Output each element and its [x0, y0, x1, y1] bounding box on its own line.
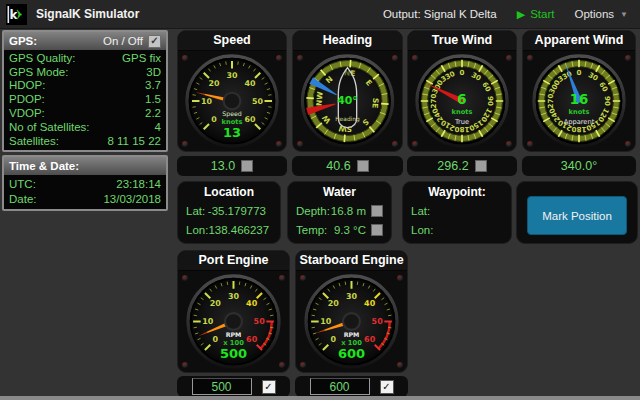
- svg-text:RPM: RPM: [226, 331, 242, 338]
- svg-text:60: 60: [244, 115, 256, 124]
- svg-text:90: 90: [603, 96, 612, 106]
- svg-text:40: 40: [246, 299, 258, 308]
- screw-icon: [625, 141, 631, 147]
- options-label: Options: [574, 8, 614, 20]
- water-title: Water: [288, 182, 391, 201]
- heading-gauge-title: Heading: [293, 31, 402, 51]
- svg-text:40: 40: [364, 299, 376, 308]
- svg-text:Speed: Speed: [222, 110, 242, 118]
- screw-icon: [412, 55, 418, 61]
- svg-text:10: 10: [320, 317, 332, 326]
- output-label: Output: Signal K Delta: [383, 8, 497, 20]
- screw-icon: [392, 55, 398, 61]
- screw-icon: [276, 55, 282, 61]
- apparent-wind-gauge-title: Apparent Wind: [523, 31, 635, 51]
- screw-icon: [300, 275, 306, 281]
- speed-readout-checkbox[interactable]: [241, 160, 253, 172]
- svg-text:20: 20: [210, 299, 222, 308]
- gps-onoff-checkbox[interactable]: ✓: [148, 35, 161, 48]
- screw-icon: [182, 362, 188, 368]
- svg-text:0: 0: [331, 336, 337, 345]
- true-wind-readout-checkbox[interactable]: [475, 160, 487, 172]
- mark-position-panel: Mark Position: [516, 181, 638, 244]
- true-wind-readout-value: 296.2: [437, 159, 468, 173]
- app-window: k SignalK Simulator Output: Signal K Del…: [0, 0, 640, 400]
- app-title: SignalK Simulator: [36, 7, 139, 21]
- gps-row-satellites: Satellites:8 11 15 22: [4, 134, 166, 148]
- port-rpm-input[interactable]: [192, 378, 252, 395]
- heading-readout-value: 40.6: [326, 159, 350, 173]
- heading-gauge: NNEESESSWWNW40°Heading: [293, 51, 402, 151]
- screw-icon: [397, 362, 403, 368]
- screw-icon: [527, 55, 533, 61]
- port-engine-controls: ✓: [177, 376, 290, 397]
- water-temp-row: Temp:9.3 °C: [288, 220, 391, 239]
- title-bar: k SignalK Simulator Output: Signal K Del…: [0, 0, 640, 29]
- location-panel: Location Lat:-35.179773 Lon:138.466237: [177, 181, 281, 244]
- mark-position-button[interactable]: Mark Position: [527, 196, 627, 235]
- screw-icon: [297, 55, 303, 61]
- gps-row-pdop: PDOP:1.5: [4, 92, 166, 106]
- port-rpm-checkbox[interactable]: ✓: [262, 380, 276, 394]
- svg-text:Apparent: Apparent: [564, 118, 595, 126]
- svg-text:20: 20: [328, 299, 340, 308]
- screw-icon: [527, 141, 533, 147]
- svg-text:0: 0: [577, 68, 582, 77]
- waypoint-lat-row: Lat:: [403, 201, 511, 220]
- start-button[interactable]: ▶ Start: [517, 8, 555, 20]
- gps-onoff-label: On / Off: [103, 35, 143, 47]
- starboard-engine-gauge-panel: Starboard Engine 0102030405060RPMx 10060…: [295, 250, 408, 373]
- water-temp-checkbox[interactable]: [371, 224, 383, 236]
- heading-gauge-panel: Heading NNEESESSWWNW40°Heading: [292, 30, 403, 152]
- apparent-wind-readout-value: 340.0°: [561, 159, 597, 173]
- gps-row-mode: GPS Mode:3D: [4, 65, 166, 79]
- svg-text:30: 30: [226, 71, 238, 80]
- svg-text:50: 50: [372, 317, 384, 326]
- starboard-engine-title: Starboard Engine: [296, 251, 407, 271]
- gps-row-satcount: No of Satellites:4: [4, 120, 166, 134]
- location-lon-row: Lon:138.466237: [178, 220, 280, 239]
- start-label: Start: [530, 8, 554, 20]
- screw-icon: [297, 141, 303, 147]
- gps-row-quality: GPS Quality:GPS fix: [4, 51, 166, 65]
- starboard-engine-controls: ✓: [295, 376, 408, 397]
- starboard-rpm-input[interactable]: [310, 378, 370, 395]
- waypoint-panel: Waypoint: Lat: Lon:: [402, 181, 512, 244]
- screw-icon: [506, 141, 512, 147]
- heading-readout: 40.6: [292, 156, 403, 176]
- svg-text:10: 10: [201, 97, 213, 106]
- svg-text:20: 20: [209, 79, 221, 88]
- utc-row: UTC:23:18:14: [4, 176, 166, 192]
- svg-text:Heading: Heading: [335, 116, 360, 123]
- port-engine-gauge-panel: Port Engine 0102030405060RPMx 100500: [177, 250, 290, 373]
- screw-icon: [506, 55, 512, 61]
- speed-readout: 13.0: [177, 156, 287, 176]
- svg-text:6: 6: [457, 92, 466, 107]
- screw-icon: [625, 55, 631, 61]
- time-date-panel: Time & Date: UTC:23:18:14 Date:13/03/201…: [2, 155, 168, 211]
- screw-icon: [279, 362, 285, 368]
- water-depth-row: Depth:16.8 m: [288, 201, 391, 220]
- date-row: Date:13/03/2018: [4, 192, 166, 208]
- svg-text:RPM: RPM: [344, 331, 360, 338]
- location-lat-row: Lat:-35.179773: [178, 201, 280, 220]
- options-menu[interactable]: Options ▼: [574, 8, 628, 20]
- svg-text:40°: 40°: [337, 94, 357, 107]
- water-panel: Water Depth:16.8 m Temp:9.3 °C: [287, 181, 392, 244]
- svg-text:knots: knots: [452, 108, 473, 116]
- heading-readout-checkbox[interactable]: [357, 160, 369, 172]
- time-date-title: Time & Date:: [9, 160, 79, 172]
- water-depth-checkbox[interactable]: [371, 205, 383, 217]
- screw-icon: [279, 275, 285, 281]
- gps-panel: GPS: On / Off ✓ GPS Quality:GPS fix GPS …: [2, 30, 168, 152]
- svg-text:90: 90: [486, 96, 495, 106]
- screw-icon: [182, 55, 188, 61]
- svg-text:50: 50: [252, 97, 264, 106]
- svg-text:50: 50: [254, 317, 266, 326]
- waypoint-lon-row: Lon:: [403, 220, 511, 239]
- apparent-wind-gauge: 030609012015018021024027030033016knotsAp…: [523, 51, 635, 151]
- true-wind-readout: 296.2: [407, 156, 517, 176]
- starboard-rpm-checkbox[interactable]: ✓: [380, 380, 394, 394]
- play-icon: ▶: [517, 9, 525, 20]
- svg-text:30: 30: [346, 292, 358, 301]
